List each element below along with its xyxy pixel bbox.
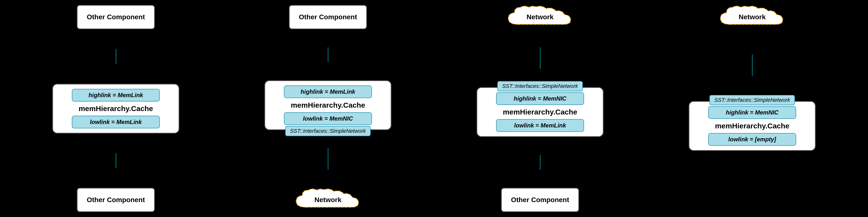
lowlink-value-2: MemNIC [330, 115, 353, 122]
lowlink-label-2: lowlink [303, 115, 323, 122]
bottom-cloud-2: Network [291, 188, 365, 212]
lowlink-box-1: lowlink = MemLink [72, 116, 160, 129]
highlink-box-2: highlink = MemLink [284, 85, 372, 98]
bottom-component-label-1: Other Component [87, 196, 145, 204]
lowlink-value-3: MemLink [540, 122, 566, 129]
highlink-label-4: highlink [726, 109, 748, 116]
highlink-label-2: highlink [301, 88, 323, 95]
lowlink-value-4: [empty] [755, 136, 776, 143]
cache-block-4: SST::Interfaces::SimpleNetwork highlink … [689, 101, 816, 151]
lowlink-box-2: lowlink = MemNIC [284, 112, 372, 125]
cache-title-4: memHierarchy.Cache [715, 122, 789, 130]
connector-bottom-1 [116, 153, 116, 168]
bottom-cloud-label-2: Network [314, 196, 341, 204]
lowlink-box-3: lowlink = MemLink [496, 119, 584, 132]
connector-top-4 [752, 55, 753, 76]
diagram-col-2: Other Component highlink = MemLink memHi… [228, 5, 428, 212]
diagram-col-3: Network SST::Interfaces::SimpleNetwork h… [440, 5, 640, 212]
top-cloud-label-3: Network [527, 13, 554, 21]
connector-top-1 [116, 49, 116, 64]
top-component-box-1: Other Component [77, 5, 155, 29]
cache-block-2: highlink = MemLink memHierarchy.Cache lo… [265, 80, 392, 130]
highlink-box-3: highlink = MemNIC [496, 92, 584, 105]
highlink-label-3: highlink [514, 95, 536, 102]
lowlink-box-4: lowlink = [empty] [708, 133, 796, 146]
top-cloud-label-4: Network [739, 13, 766, 21]
sst-bottom-label-2: SST::Interfaces::SimpleNetwork [285, 126, 371, 136]
top-cloud-3: Network [503, 5, 577, 29]
bottom-component-label-3: Other Component [511, 196, 569, 204]
connector-bottom-2 [328, 148, 329, 170]
top-component-label-2: Other Component [299, 13, 357, 21]
cache-title-3: memHierarchy.Cache [503, 108, 578, 116]
lowlink-label-4: lowlink [728, 136, 748, 143]
top-component-label-1: Other Component [87, 13, 145, 21]
top-component-box-2: Other Component [289, 5, 367, 29]
highlink-label-1: highlink [89, 92, 111, 98]
connector-bottom-3 [540, 155, 540, 170]
highlink-value-4: MemNIC [755, 109, 779, 116]
highlink-box-4: highlink = MemNIC [708, 106, 796, 119]
lowlink-value-1: MemLink [116, 119, 142, 125]
sst-top-label-3: SST::Interfaces::SimpleNetwork [497, 81, 583, 91]
lowlink-label-1: lowlink [90, 119, 110, 125]
sst-top-label-4: SST::Interfaces::SimpleNetwork [709, 95, 795, 105]
cache-title-1: memHierarchy.Cache [79, 105, 153, 113]
diagram-col-4: Network SST::Interfaces::SimpleNetwork h… [652, 5, 852, 212]
connector-top-2 [328, 47, 329, 62]
highlink-value-1: MemLink [118, 92, 143, 98]
lowlink-label-3: lowlink [514, 122, 534, 129]
bottom-component-box-1: Other Component [77, 188, 155, 212]
connector-top-3 [540, 47, 540, 69]
top-cloud-4: Network [715, 5, 789, 29]
cache-block-1: highlink = MemLink memHierarchy.Cache lo… [52, 84, 179, 134]
cache-block-3: SST::Interfaces::SimpleNetwork highlink … [476, 87, 603, 137]
cache-title-2: memHierarchy.Cache [291, 101, 365, 109]
diagram-col-1: Other Component highlink = MemLink memHi… [16, 5, 216, 212]
bottom-component-box-3: Other Component [501, 188, 579, 212]
highlink-value-3: MemNIC [543, 95, 566, 102]
highlink-value-2: MemLink [330, 88, 355, 95]
highlink-box-1: highlink = MemLink [72, 89, 160, 102]
